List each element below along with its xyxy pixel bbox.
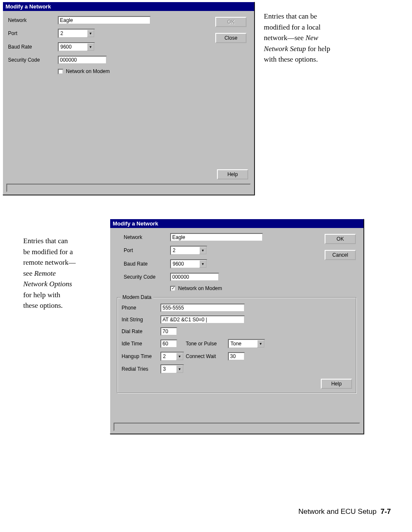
dropdown-icon[interactable]: ▼ xyxy=(199,260,206,268)
hangup-select[interactable]: 2 ▼ xyxy=(160,352,184,361)
port-label: Port xyxy=(124,247,170,253)
help-button[interactable]: Help xyxy=(217,169,248,179)
connwait-label: Connect Wait xyxy=(186,353,228,359)
dialrate-input[interactable] xyxy=(160,327,177,336)
init-input[interactable] xyxy=(160,315,245,324)
network-input[interactable] xyxy=(58,16,151,24)
hangup-label: Hangup Time xyxy=(122,353,160,359)
network-on-modem-checkbox[interactable]: ✓ Network on Modem xyxy=(170,285,222,291)
statusbar xyxy=(114,423,360,431)
dialog-modify-network-local: Modify a Network Network Port 2 ▼ Baud R… xyxy=(3,2,255,195)
checkbox-label: Network on Modem xyxy=(178,285,222,291)
port-label: Port xyxy=(8,30,58,36)
dropdown-icon[interactable]: ▼ xyxy=(257,340,264,347)
security-label: Security Code xyxy=(8,57,58,63)
baud-label: Baud Rate xyxy=(124,261,170,267)
dialog-modify-network-remote: Modify a Network Network Port 2 ▼ Baud R… xyxy=(110,219,364,434)
ok-button[interactable]: OK xyxy=(325,234,356,244)
init-label: Init String xyxy=(122,317,160,323)
port-select[interactable]: 2 ▼ xyxy=(170,246,207,255)
port-select[interactable]: 2 ▼ xyxy=(58,29,95,38)
dropdown-icon[interactable]: ▼ xyxy=(176,365,183,373)
statusbar xyxy=(6,184,251,192)
network-input[interactable] xyxy=(170,233,263,242)
close-button[interactable]: Close xyxy=(215,33,247,43)
network-label: Network xyxy=(124,234,170,240)
page-footer: Network and ECU Setup 7-7 xyxy=(298,508,391,516)
network-on-modem-checkbox[interactable]: Network on Modem xyxy=(58,68,110,74)
phone-label: Phone xyxy=(122,305,160,311)
modem-data-group: Modem Data Phone Init String Dial Rate I… xyxy=(117,297,357,394)
idle-input[interactable] xyxy=(160,339,177,348)
security-input[interactable] xyxy=(58,56,107,64)
dropdown-icon[interactable]: ▼ xyxy=(87,30,94,37)
caption-local: Entries that can be modified for a local… xyxy=(264,11,386,65)
security-label: Security Code xyxy=(124,274,170,280)
dropdown-icon[interactable]: ▼ xyxy=(87,43,94,51)
dropdown-icon[interactable]: ▼ xyxy=(199,247,206,254)
dialrate-label: Dial Rate xyxy=(122,328,160,334)
baud-select[interactable]: 9600 ▼ xyxy=(58,42,95,52)
help-button[interactable]: Help xyxy=(321,379,352,389)
checkbox-label: Network on Modem xyxy=(66,68,110,74)
baud-select[interactable]: 9600 ▼ xyxy=(170,259,207,269)
titlebar: Modify a Network xyxy=(110,219,363,228)
phone-input[interactable] xyxy=(160,304,245,312)
ok-button[interactable]: OK xyxy=(215,17,247,27)
idle-label: Idle Time xyxy=(122,341,160,347)
tonepulse-select[interactable]: Tone ▼ xyxy=(228,339,265,348)
cancel-button[interactable]: Cancel xyxy=(325,250,356,260)
caption-remote: Entries that can be modified for a remot… xyxy=(23,236,97,311)
network-label: Network xyxy=(8,17,58,23)
tonepulse-label: Tone or Pulse xyxy=(186,341,228,347)
baud-label: Baud Rate xyxy=(8,44,58,50)
security-input[interactable] xyxy=(170,273,219,281)
connwait-input[interactable] xyxy=(228,352,245,361)
titlebar: Modify a Network xyxy=(3,2,254,11)
redial-label: Redial Tries xyxy=(122,366,160,372)
redial-select[interactable]: 3 ▼ xyxy=(160,364,184,374)
dropdown-icon[interactable]: ▼ xyxy=(176,353,183,360)
group-title: Modem Data xyxy=(121,294,153,300)
